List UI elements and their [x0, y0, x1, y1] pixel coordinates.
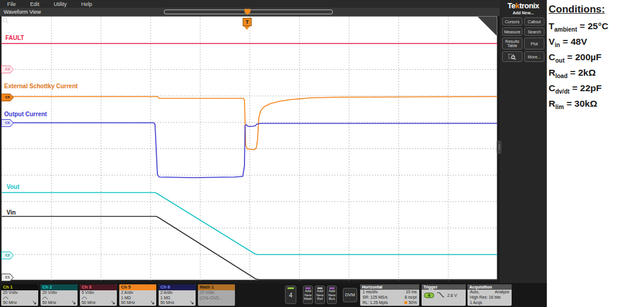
channel-badge-ch-5[interactable]: Ch 52 A/div1 MΩ50 MHz [119, 284, 156, 306]
trigger-flag[interactable]: T [243, 18, 252, 26]
channel-4-label: 4 [286, 289, 296, 302]
screenshot-root: FileEditUtilityHelp Waveform View T FAUL… [0, 0, 644, 307]
acq-resolution: High Res: 16 bits [470, 295, 501, 300]
record-length: RL: 1.25 Mpts [363, 300, 388, 306]
condition-dv-dt: Cdv/dt = 22pF [549, 80, 643, 96]
acquisition-panel[interactable]: Acquisition Auto,Analyze High Res: 16 bi… [467, 284, 512, 306]
wave-label-vin: Vin [7, 209, 16, 216]
sample-rate: SR: 125 MS/s [363, 295, 388, 300]
channel-name: Ch 3 [80, 284, 117, 290]
condition-lim: Rlim = 30kΩ [549, 96, 643, 111]
channel-marker-label: C6 [2, 120, 13, 126]
conditions-block: Conditions: Tambient = 25°CVin = 48VCout… [549, 4, 643, 111]
add-new-bus-button[interactable]: AddNewBus [327, 286, 337, 304]
right-panel-buttons: CursorsCalloutMeasureSearchResults Table… [502, 17, 544, 62]
tektronix-logo: Tektronix [500, 1, 547, 10]
add-new-ref-button[interactable]: AddNewRef [315, 286, 325, 304]
menu-item-help[interactable]: Help [74, 1, 100, 7]
channel-bandwidth: 50 MHz [119, 300, 156, 306]
acq-count: 1 Acqs [470, 300, 482, 306]
channel-name: Ch 1 [1, 284, 38, 290]
condition-ambient: Tambient = 25°C [549, 18, 643, 34]
channel-badge-math-1[interactable]: Math 120 V/div(Ch1-Ch2)... [198, 284, 235, 306]
channel-badge-ch-3[interactable]: Ch 35 V/div50 MHz [80, 284, 117, 306]
magnifier-icon [2, 17, 10, 24]
right-panel: Tektronix Add New... CursorsCalloutMeasu… [500, 0, 547, 283]
position-value: 50% [404, 300, 417, 306]
wave-label-fault: FAULT [5, 35, 24, 41]
channel-name: Ch 6 [159, 284, 196, 290]
coupling-icon [82, 296, 87, 300]
channel-bandwidth: 50 MHz [80, 300, 117, 306]
probe-icon [111, 300, 116, 305]
channel-marker-label: C1 [2, 274, 13, 281]
horizontal-panel[interactable]: Horizontal 1 ms/div10 ms SR: 125 MS/s8 n… [360, 284, 419, 306]
waveform-graticule[interactable]: T FAULTExternal Schottky CurrentOutput C… [1, 16, 497, 280]
add-new-math-button[interactable]: AddNewMath [303, 286, 313, 304]
condition-load: Rload = 2kΩ [549, 65, 643, 80]
dvm-button[interactable]: DVM [343, 288, 357, 302]
probe-icon [150, 300, 155, 305]
horizontal-window: 10 ms [405, 290, 417, 295]
callout-button[interactable]: Callout [524, 17, 544, 26]
scope-app: FileEditUtilityHelp Waveform View T FAUL… [0, 0, 547, 307]
channel-badge-ch-6[interactable]: Ch 62 A/div1 MΩ50 MHz [159, 284, 196, 306]
menu-bar: FileEditUtilityHelp [0, 0, 500, 8]
trigger-title: Trigger [422, 284, 466, 290]
conditions-title: Conditions: [549, 4, 643, 15]
position-marker-icon [404, 301, 407, 304]
panel-drag-handle[interactable]: ⋮ [497, 141, 501, 154]
channel-scale: 5 V/div [80, 290, 117, 296]
channel-badge-ch-2[interactable]: Ch 220 V/div50 MHz [41, 284, 78, 306]
channel-scale: 20 V/div [41, 290, 78, 296]
conditions-lines: Tambient = 25°CVin = 48VCout = 200µFRloa… [549, 18, 643, 111]
zoom-box-icon [508, 53, 516, 60]
channel-bandwidth: 50 MHz [41, 300, 78, 306]
draw-a-box-button[interactable] [502, 51, 522, 62]
probe-icon [32, 300, 37, 305]
menu-item-edit[interactable]: Edit [23, 1, 47, 7]
channel-bandwidth: 50 MHz [1, 300, 38, 306]
tab-waveform-view[interactable]: Waveform View [4, 9, 41, 15]
add-new-label: Add New... [500, 11, 547, 15]
trigger-level: 2.6 V [447, 293, 457, 297]
trigger-arrow-icon [244, 26, 250, 30]
trigger-panel[interactable]: Trigger 4 2.6 V [422, 284, 466, 306]
wave-label-external-schottky-current: External Schottky Current [4, 83, 78, 89]
acq-mode: Auto, [470, 290, 479, 295]
channel-scale: 20 V/div [198, 290, 235, 296]
wave-label-output-current: Output Current [4, 111, 47, 117]
channel-name: Math 1 [198, 284, 235, 290]
search-button[interactable]: Search [524, 27, 544, 36]
channel-scale: 2 A/div [159, 290, 196, 296]
wave-label-vout: Vout [7, 184, 19, 190]
trace-output-current [2, 123, 497, 178]
acq-analyze: Analyze [495, 290, 509, 295]
falling-edge-icon [436, 292, 445, 298]
cursors-button[interactable]: Cursors [502, 17, 522, 26]
menu-item-utility[interactable]: Utility [47, 1, 74, 7]
trigger-source-badge: 4 [424, 293, 434, 298]
bottom-bar: Ch 120 V/div50 MHzCh 220 V/div50 MHzCh 3… [0, 283, 547, 307]
horizontal-scale: 1 ms/div [363, 290, 377, 295]
horizontal-title: Horizontal [360, 284, 419, 290]
condition-in: Vin = 48V [549, 34, 643, 49]
channel-scale: 20 V/div [1, 290, 38, 296]
measure-button[interactable]: Measure [502, 27, 522, 36]
coupling-icon [42, 296, 48, 300]
plot-button[interactable]: Plot [524, 38, 544, 49]
channel-name: Ch 2 [41, 284, 78, 290]
channel-badge-ch-1[interactable]: Ch 120 V/div50 MHz [1, 284, 38, 306]
channel-marker-label: C3 [2, 66, 13, 73]
channel-marker-label: C2 [2, 252, 13, 259]
results-table-button[interactable]: Results Table [502, 38, 522, 49]
menu-item-file[interactable]: File [0, 1, 23, 7]
channel-coupling: (Ch1-Ch2)... [198, 296, 235, 301]
channel-4-add-button[interactable]: 4 [285, 286, 296, 304]
channel-marker-label: C5 [2, 94, 13, 101]
zoom-corner[interactable] [478, 17, 497, 36]
waveform-svg [2, 17, 498, 281]
more-button[interactable]: More... [524, 51, 544, 62]
channel-scale: 2 A/div [119, 290, 156, 296]
sample-interval: 8 ns/pt [405, 295, 417, 300]
